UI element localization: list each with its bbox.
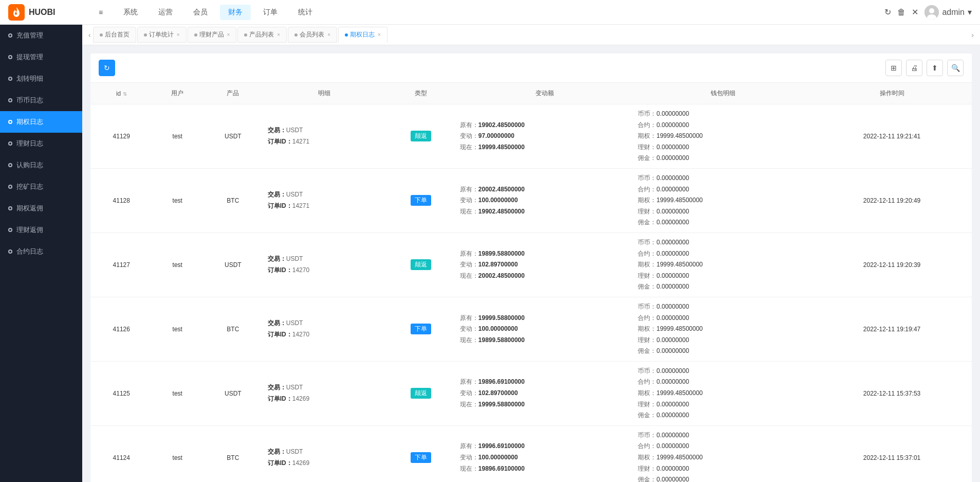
tab-member-list[interactable]: 会员列表 × [288, 27, 337, 43]
sidebar-item-transfer[interactable]: 划转明细 [0, 68, 82, 90]
cell-change-amount: 原有：19999.58800000 变动：100.00000000 现在：198… [456, 297, 634, 361]
sidebar-item-futures-log[interactable]: 期权日志 [0, 111, 82, 133]
cell-user: test [152, 168, 202, 233]
tab-close-futures-log[interactable]: × [378, 32, 381, 38]
close-icon[interactable]: ✕ [912, 7, 918, 17]
toolbar-left: ↻ [99, 60, 115, 76]
dot-icon [8, 77, 12, 81]
sidebar-item-finance-return[interactable]: 理财返佣 [0, 219, 82, 241]
cell-product: BTC [202, 297, 264, 361]
tab-finance-products-label: 理财产品 [199, 30, 224, 39]
cell-product: USDT [202, 233, 264, 297]
cell-wallet-detail: 币币：0.00000000 合约：0.00000000 期权：19999.485… [634, 425, 812, 482]
dot-icon [8, 55, 12, 59]
sidebar-label-futures-log: 期权日志 [16, 117, 43, 127]
tab-dot [144, 33, 147, 37]
cell-operation-time: 2022-12-11 15:37:01 [812, 425, 972, 482]
type-badge: 下单 [411, 324, 431, 334]
tab-close-member-list[interactable]: × [327, 32, 330, 38]
cell-operation-time: 2022-12-11 19:20:39 [812, 233, 972, 297]
sidebar-label-transfer: 划转明细 [16, 74, 43, 83]
tab-dot [194, 33, 197, 37]
logo-icon [8, 4, 25, 21]
delete-icon[interactable]: 🗑 [897, 8, 905, 17]
sidebar-label-currency-log: 币币日志 [16, 96, 43, 105]
cell-operation-time: 2022-12-11 19:20:49 [812, 168, 972, 233]
dot-icon [8, 33, 12, 38]
nav-system[interactable]: 系统 [115, 5, 146, 20]
col-id[interactable]: id ⇅ [90, 83, 152, 104]
table-header-row: id ⇅ 用户 产品 明细 类型 变动额 钱包明细 操作时间 [90, 83, 972, 104]
cell-type: 颠返 [385, 361, 456, 425]
tab-prev-button[interactable]: ‹ [86, 31, 93, 39]
cell-wallet-detail: 币币：0.00000000 合约：0.00000000 期权：19999.485… [634, 297, 812, 361]
cell-user: test [152, 297, 202, 361]
cell-operation-time: 2022-12-11 19:21:41 [812, 104, 972, 169]
user-menu[interactable]: admin ▾ [924, 5, 972, 20]
tab-next-button[interactable]: › [969, 31, 976, 39]
data-table-wrap: id ⇅ 用户 产品 明细 类型 变动额 钱包明细 操作时间 [90, 83, 972, 482]
sidebar-item-recharge[interactable]: 充值管理 [0, 25, 82, 46]
print-button[interactable]: 🖨 [906, 60, 922, 76]
nav-operations[interactable]: 运营 [150, 5, 181, 20]
tab-close-order-stats[interactable]: × [177, 32, 180, 38]
cell-id: 41125 [90, 361, 152, 425]
sidebar-label-withdraw: 提现管理 [16, 52, 43, 62]
content-area: ‹ 后台首页 订单统计 × 理财产品 × 产品列表 [82, 25, 980, 482]
tab-finance-products[interactable]: 理财产品 × [188, 27, 237, 43]
tab-order-stats[interactable]: 订单统计 × [137, 27, 187, 43]
sidebar-label-futures-return: 期权返佣 [16, 204, 43, 213]
cell-change-amount: 原有：19899.58800000 变动：102.89700000 现在：200… [456, 233, 634, 297]
cell-type: 颠返 [385, 233, 456, 297]
refresh-button[interactable]: ↻ [99, 60, 115, 76]
cell-type: 下单 [385, 168, 456, 233]
col-change-amount: 变动额 [456, 83, 634, 104]
sidebar-item-mining-log[interactable]: 挖矿日志 [0, 176, 82, 198]
sidebar-item-contract-log[interactable]: 合约日志 [0, 241, 82, 262]
export-button[interactable]: ⬆ [927, 60, 943, 76]
top-right-actions: ↻ 🗑 ✕ admin ▾ [884, 5, 972, 20]
sidebar-item-withdraw[interactable]: 提现管理 [0, 46, 82, 68]
tab-home[interactable]: 后台首页 [93, 27, 136, 43]
cell-id: 41128 [90, 168, 152, 233]
sidebar-label-mining-log: 挖矿日志 [16, 182, 43, 191]
nav-menu-icon[interactable]: ≡ [90, 5, 111, 20]
sidebar-item-finance-log[interactable]: 理财日志 [0, 133, 82, 154]
nav-orders[interactable]: 订单 [255, 5, 286, 20]
col-description: 明细 [264, 83, 386, 104]
type-badge: 颠返 [411, 131, 431, 141]
tab-close-product-list[interactable]: × [277, 32, 280, 38]
cell-user: test [152, 233, 202, 297]
cell-id: 41129 [90, 104, 152, 169]
refresh-icon[interactable]: ↻ [884, 7, 891, 17]
sort-icon[interactable]: ⇅ [123, 91, 127, 97]
nav-stats[interactable]: 统计 [290, 5, 321, 20]
tab-futures-log[interactable]: 期权日志 × [338, 27, 387, 43]
cell-wallet-detail: 币币：0.00000000 合约：0.00000000 期权：19999.485… [634, 361, 812, 425]
nav-members[interactable]: 会员 [185, 5, 216, 20]
cell-description: 交易：USDT 订单ID：14269 [264, 425, 386, 482]
cell-product: BTC [202, 425, 264, 482]
sidebar-item-currency-log[interactable]: 币币日志 [0, 90, 82, 111]
cell-operation-time: 2022-12-11 15:37:53 [812, 361, 972, 425]
dot-icon [8, 228, 12, 232]
sidebar: 充值管理 提现管理 划转明细 币币日志 期权日志 理财日志 认购日志 挖矿日志 [0, 25, 82, 482]
logo-area: HUOBI [8, 4, 90, 21]
data-table: id ⇅ 用户 产品 明细 类型 变动额 钱包明细 操作时间 [90, 83, 972, 482]
tab-close-finance-products[interactable]: × [227, 32, 230, 38]
cell-description: 交易：USDT 订单ID：14271 [264, 104, 386, 169]
nav-finance[interactable]: 财务 [220, 5, 251, 20]
sidebar-item-futures-return[interactable]: 期权返佣 [0, 198, 82, 219]
col-product: 产品 [202, 83, 264, 104]
tab-home-label: 后台首页 [105, 30, 130, 39]
sidebar-item-subscription-log[interactable]: 认购日志 [0, 154, 82, 176]
sidebar-label-recharge: 充值管理 [16, 31, 43, 40]
grid-button[interactable]: ⊞ [885, 60, 902, 76]
cell-change-amount: 原有：20002.48500000 变动：100.00000000 现在：199… [456, 168, 634, 233]
table-row: 41127 test USDT 交易：USDT 订单ID：14270 颠返 原有… [90, 233, 972, 297]
tab-product-list[interactable]: 产品列表 × [237, 27, 287, 43]
cell-id: 41127 [90, 233, 152, 297]
tab-order-stats-label: 订单统计 [149, 30, 174, 39]
tab-dot [100, 33, 103, 37]
search-button[interactable]: 🔍 [947, 60, 964, 76]
